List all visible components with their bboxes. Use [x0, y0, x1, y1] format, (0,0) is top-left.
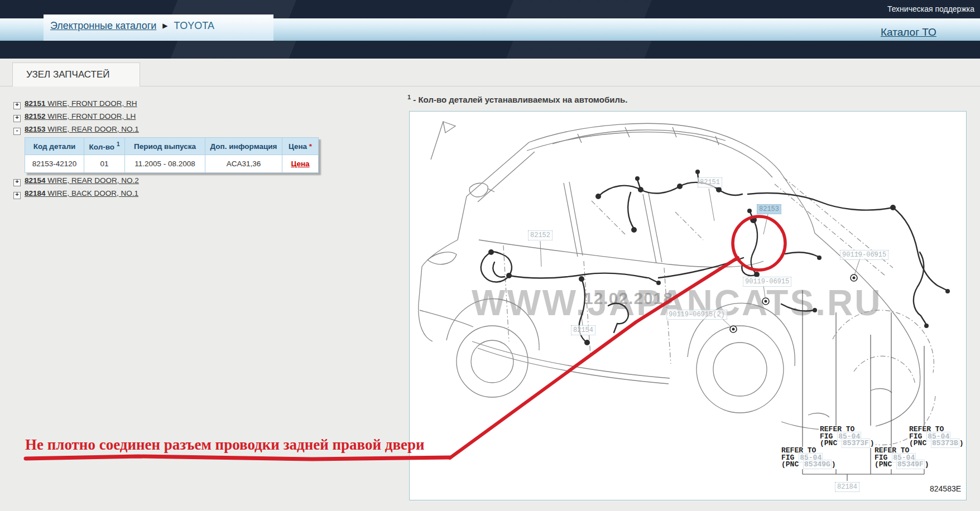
refer-block-85349G: REFER TO FIG 85-04 (PNC 85349G) — [780, 447, 837, 469]
part-label-82153-highlighted[interactable]: 82153 — [757, 204, 781, 214]
tree-link-82154[interactable]: 82154 WIRE, REAR DOOR, NO.2 — [25, 176, 139, 185]
refer-block-85349F: REFER TO FIG 85-04 (PNC 85349F) — [873, 447, 930, 469]
expand-plus-icon[interactable]: + — [13, 115, 21, 122]
tech-support-link[interactable]: Техническая поддержка — [887, 4, 974, 13]
tree-item-82152: +82152 WIRE, FRONT DOOR, LH — [13, 112, 136, 122]
part-label-82152[interactable]: 82152 — [528, 230, 553, 240]
expand-plus-icon[interactable]: + — [13, 179, 21, 186]
tree-link-82151[interactable]: 82151 WIRE, FRONT DOOR, RH — [25, 99, 137, 108]
col-price: Цена * — [282, 138, 319, 155]
part-label-82184[interactable]: 82184 — [835, 482, 859, 492]
col-qty: Кол-во 1 — [84, 138, 125, 155]
tab-parts-unit[interactable]: УЗЕЛ ЗАПЧАСТЕЙ — [12, 62, 140, 86]
tree-link-82184[interactable]: 82184 WIRE, BACK DOOR, NO.1 — [25, 189, 138, 197]
pnc-link[interactable]: 85373F — [842, 438, 870, 448]
breadcrumb-current: TOYOTA — [174, 20, 214, 31]
tree-item-82153: -82153 WIRE, REAR DOOR, NO.1 — [13, 125, 139, 135]
tree-item-82184: +82184 WIRE, BACK DOOR, NO.1 — [13, 189, 138, 199]
part-label-82151[interactable]: 82151 — [698, 177, 722, 187]
part-label-82154[interactable]: 82154 — [571, 325, 595, 335]
pnc-link[interactable]: 85349G — [803, 460, 832, 469]
qty-footnote: 1 - Кол-во деталей устанавливаемых на ав… — [407, 94, 627, 104]
col-info: Доп. информация — [205, 138, 282, 155]
price-link[interactable]: Цена — [291, 160, 309, 168]
pnc-link[interactable]: 85373B — [931, 438, 959, 448]
part-label-90119-06915-b[interactable]: 90119-06915 — [743, 277, 791, 287]
breadcrumb-arrow-icon: ▶ — [162, 22, 167, 30]
annotation-note-text: Не плотно соединен разъем проводки задне… — [25, 436, 425, 454]
cell-info: ACA31,36 — [205, 155, 282, 173]
part-details-table: Код детали Кол-во 1 Период выпуска Доп. … — [25, 137, 319, 173]
breadcrumb-root-link[interactable]: Электронные каталоги — [50, 20, 156, 31]
refer-block-85373F: REFER TO FIG 85-04 (PNC 85373F) — [819, 426, 876, 448]
breadcrumb: Электронные каталоги▶TOYOTA — [44, 15, 273, 41]
cell-period: 11.2005 - 08.2008 — [125, 155, 205, 173]
cell-part-code: 82153-42120 — [25, 155, 84, 173]
tree-item-82154: +82154 WIRE, REAR DOOR, NO.2 — [13, 176, 139, 186]
expand-plus-icon[interactable]: + — [13, 102, 21, 109]
expand-plus-icon[interactable]: + — [13, 192, 21, 199]
pnc-link[interactable]: 85349F — [896, 460, 925, 469]
catalog-to-link[interactable]: Каталог ТО — [881, 26, 936, 38]
collapse-minus-icon[interactable]: - — [13, 128, 21, 135]
part-label-90119-06915-a[interactable]: 90119-06915 — [840, 250, 888, 260]
part-label-90119-06915-c[interactable]: 90119-06915(2) — [666, 310, 727, 320]
watermark-date: 12.02.2018 — [584, 289, 673, 308]
table-row: 82153-42120 01 11.2005 - 08.2008 ACA31,3… — [25, 155, 319, 173]
tab-divider-line — [0, 86, 980, 86]
table-header-row: Код детали Кол-во 1 Период выпуска Доп. … — [25, 138, 319, 155]
col-period: Период выпуска — [125, 138, 205, 155]
cell-qty: 01 — [84, 155, 125, 173]
tree-link-82152[interactable]: 82152 WIRE, FRONT DOOR, LH — [25, 112, 136, 120]
tree-link-82153[interactable]: 82153 WIRE, REAR DOOR, NO.1 — [25, 125, 139, 133]
col-part-code: Код детали — [25, 138, 84, 155]
annotation-underline — [26, 456, 450, 459]
refer-block-85373B: REFER TO FIG 85-04 (PNC 85373B) — [908, 426, 965, 448]
figure-code: 824583E — [930, 484, 961, 493]
header-bottom-bar — [0, 41, 980, 59]
cell-price: Цена — [282, 155, 319, 173]
tree-item-82151: +82151 WIRE, FRONT DOOR, RH — [13, 99, 137, 109]
